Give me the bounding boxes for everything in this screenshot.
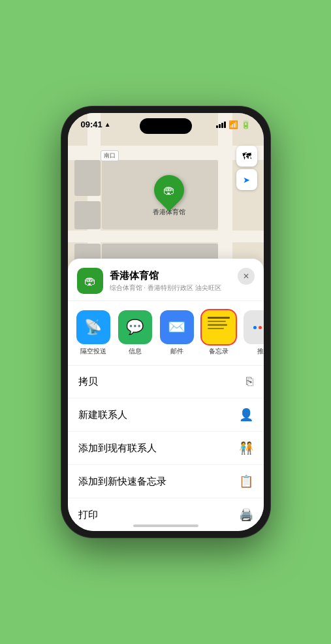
share-more[interactable]: 推 [242, 310, 264, 356]
messages-icon-box: 💬 [118, 310, 152, 344]
notes-line-2 [208, 321, 227, 323]
map-pin: 🏟 [148, 169, 190, 211]
map-block [74, 160, 101, 196]
venue-description: 综合体育馆 · 香港特别行政区 油尖旺区 [110, 283, 255, 293]
notes-icon-box [202, 310, 236, 344]
action-list: 拷贝 ⎘ 新建联系人 👤 添加到现有联系人 🧑‍🤝‍🧑 添加到新快速备忘录 📋 [68, 366, 264, 531]
status-time: 09:41 [81, 120, 102, 129]
home-indicator [133, 524, 198, 527]
new-contact-icon: 👤 [239, 408, 253, 422]
venue-info: 香港体育馆 综合体育馆 · 香港特别行政区 油尖旺区 [110, 270, 255, 293]
mail-icon: ✉️ [168, 319, 185, 336]
action-quick-note[interactable]: 添加到新快速备忘录 📋 [68, 465, 264, 498]
location-button[interactable]: ➤ [236, 169, 257, 190]
phone-frame: 09:41 ▲ 📶 🔋 [61, 106, 270, 538]
notes-line-4 [208, 328, 225, 330]
battery-icon: 🔋 [241, 120, 251, 129]
mail-label: 邮件 [170, 347, 183, 356]
messages-icon: 💬 [126, 319, 144, 336]
add-contact-label: 添加到现有联系人 [78, 442, 157, 455]
venue-icon: 🏟 [77, 268, 103, 294]
phone-screen: 09:41 ▲ 📶 🔋 [68, 113, 264, 531]
copy-icon: ⎘ [246, 375, 253, 389]
wifi-icon: 📶 [229, 120, 238, 129]
quick-note-label: 添加到新快速备忘录 [78, 475, 166, 488]
airdrop-icon-box: 📡 [76, 310, 110, 344]
close-button[interactable]: ✕ [238, 268, 255, 285]
share-messages[interactable]: 💬 信息 [116, 310, 154, 356]
map-controls: 🗺 ➤ [236, 146, 257, 193]
share-notes[interactable]: 备忘录 [200, 310, 238, 356]
signal-icon [216, 121, 226, 128]
print-label: 打印 [78, 509, 98, 521]
more-icon-box [244, 310, 264, 344]
venue-name: 香港体育馆 [110, 270, 255, 282]
location-icon: ▲ [104, 121, 111, 128]
notes-label: 备忘录 [209, 347, 229, 356]
print-icon: 🖨️ [239, 507, 253, 522]
status-icons: 📶 🔋 [216, 120, 251, 129]
dynamic-island [140, 118, 192, 134]
messages-label: 信息 [129, 347, 142, 356]
airdrop-label: 隔空投送 [80, 347, 106, 356]
action-new-contact[interactable]: 新建联系人 👤 [68, 398, 264, 432]
venue-pin-icon: 🏟 [163, 184, 175, 197]
action-add-contact[interactable]: 添加到现有联系人 🧑‍🤝‍🧑 [68, 432, 264, 465]
map-pin-container: 🏟 香港体育馆 [153, 175, 185, 217]
map-type-icon: 🗺 [242, 151, 251, 161]
action-copy[interactable]: 拷贝 ⎘ [68, 366, 264, 398]
copy-label: 拷贝 [78, 376, 98, 388]
airdrop-icon: 📡 [84, 319, 102, 336]
map-block [74, 201, 101, 229]
map-label: 南口 [101, 150, 119, 161]
share-airdrop[interactable]: 📡 隔空投送 [74, 310, 112, 356]
mail-icon-box: ✉️ [160, 310, 194, 344]
map-type-button[interactable]: 🗺 [236, 146, 257, 167]
bottom-sheet: 🏟 香港体育馆 综合体育馆 · 香港特别行政区 油尖旺区 ✕ 📡 隔空投送 [68, 259, 264, 531]
location-arrow-icon: ➤ [243, 175, 250, 185]
more-label: 推 [257, 347, 264, 356]
add-contact-icon: 🧑‍🤝‍🧑 [239, 441, 253, 455]
venue-header: 🏟 香港体育馆 综合体育馆 · 香港特别行政区 油尖旺区 ✕ [68, 259, 264, 301]
new-contact-label: 新建联系人 [78, 409, 127, 421]
notes-line-3 [208, 324, 228, 326]
notes-line-1 [208, 317, 230, 319]
quick-note-icon: 📋 [239, 474, 253, 489]
notes-lines-decoration [204, 313, 233, 332]
share-row: 📡 隔空投送 💬 信息 ✉️ 邮件 [68, 301, 264, 366]
share-mail[interactable]: ✉️ 邮件 [158, 310, 196, 356]
